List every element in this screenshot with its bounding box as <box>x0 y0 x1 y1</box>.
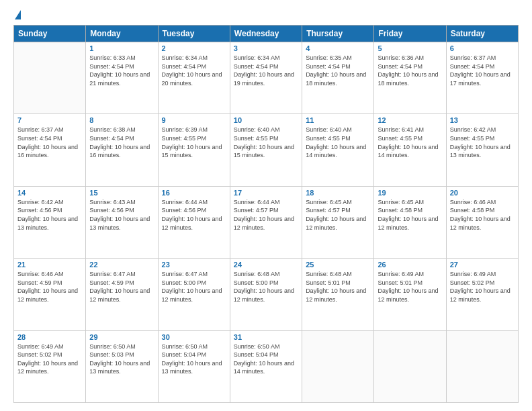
calendar-cell: 15Sunrise: 6:43 AMSunset: 4:56 PMDayligh… <box>86 186 158 258</box>
day-info: Sunrise: 6:46 AMSunset: 4:59 PMDaylight:… <box>17 270 82 304</box>
calendar-cell: 3Sunrise: 6:34 AMSunset: 4:54 PMDaylight… <box>230 42 302 114</box>
calendar-cell: 11Sunrise: 6:40 AMSunset: 4:55 PMDayligh… <box>302 114 374 186</box>
day-number: 27 <box>450 261 515 269</box>
day-number: 3 <box>234 44 298 52</box>
day-number: 30 <box>162 333 226 341</box>
day-info: Sunrise: 6:50 AMSunset: 5:04 PMDaylight:… <box>162 342 226 376</box>
col-header-friday: Friday <box>374 26 446 42</box>
day-info: Sunrise: 6:40 AMSunset: 4:55 PMDaylight:… <box>306 126 370 159</box>
day-info: Sunrise: 6:50 AMSunset: 5:03 PMDaylight:… <box>89 342 154 376</box>
day-number: 29 <box>89 333 154 341</box>
day-number: 10 <box>234 116 298 124</box>
calendar-cell: 22Sunrise: 6:47 AMSunset: 4:59 PMDayligh… <box>86 259 158 330</box>
day-number: 7 <box>17 116 82 124</box>
day-info: Sunrise: 6:49 AMSunset: 5:02 PMDaylight:… <box>17 342 82 376</box>
calendar-cell: 31Sunrise: 6:50 AMSunset: 5:04 PMDayligh… <box>230 330 302 402</box>
calendar-page: SundayMondayTuesdayWednesdayThursdayFrid… <box>0 0 532 411</box>
day-info: Sunrise: 6:35 AMSunset: 4:54 PMDaylight:… <box>306 54 370 87</box>
day-number: 9 <box>162 116 226 124</box>
calendar-cell: 1Sunrise: 6:33 AMSunset: 4:54 PMDaylight… <box>86 42 158 114</box>
day-number: 23 <box>162 261 226 269</box>
week-row-3: 14Sunrise: 6:42 AMSunset: 4:56 PMDayligh… <box>14 186 519 258</box>
calendar-cell: 27Sunrise: 6:49 AMSunset: 5:02 PMDayligh… <box>446 259 518 330</box>
calendar-cell: 8Sunrise: 6:38 AMSunset: 4:54 PMDaylight… <box>86 114 158 186</box>
week-row-1: 1Sunrise: 6:33 AMSunset: 4:54 PMDaylight… <box>14 42 519 114</box>
day-info: Sunrise: 6:42 AMSunset: 4:55 PMDaylight:… <box>450 126 515 159</box>
day-info: Sunrise: 6:47 AMSunset: 5:00 PMDaylight:… <box>162 270 226 304</box>
col-header-tuesday: Tuesday <box>158 26 230 42</box>
week-row-2: 7Sunrise: 6:37 AMSunset: 4:54 PMDaylight… <box>14 114 519 186</box>
day-info: Sunrise: 6:48 AMSunset: 5:00 PMDaylight:… <box>234 270 298 304</box>
calendar-cell: 20Sunrise: 6:46 AMSunset: 4:58 PMDayligh… <box>446 186 518 258</box>
calendar-cell <box>302 330 374 402</box>
calendar-cell: 9Sunrise: 6:39 AMSunset: 4:55 PMDaylight… <box>158 114 230 186</box>
calendar-cell: 23Sunrise: 6:47 AMSunset: 5:00 PMDayligh… <box>158 259 230 330</box>
calendar-cell: 12Sunrise: 6:41 AMSunset: 4:55 PMDayligh… <box>374 114 446 186</box>
day-number: 6 <box>450 44 515 52</box>
day-number: 4 <box>306 44 370 52</box>
day-info: Sunrise: 6:50 AMSunset: 5:04 PMDaylight:… <box>234 342 298 376</box>
calendar-cell: 30Sunrise: 6:50 AMSunset: 5:04 PMDayligh… <box>158 330 230 402</box>
day-info: Sunrise: 6:44 AMSunset: 4:56 PMDaylight:… <box>162 198 226 232</box>
col-header-saturday: Saturday <box>446 26 518 42</box>
day-info: Sunrise: 6:33 AMSunset: 4:54 PMDaylight:… <box>89 54 154 87</box>
col-header-sunday: Sunday <box>14 26 86 42</box>
calendar-cell <box>446 330 518 402</box>
day-info: Sunrise: 6:34 AMSunset: 4:54 PMDaylight:… <box>162 54 226 87</box>
day-number: 25 <box>306 261 370 269</box>
day-number: 21 <box>17 261 82 269</box>
calendar-cell: 29Sunrise: 6:50 AMSunset: 5:03 PMDayligh… <box>86 330 158 402</box>
day-info: Sunrise: 6:42 AMSunset: 4:56 PMDaylight:… <box>17 198 82 232</box>
calendar-cell: 14Sunrise: 6:42 AMSunset: 4:56 PMDayligh… <box>14 186 86 258</box>
day-number: 26 <box>378 261 442 269</box>
calendar-cell: 16Sunrise: 6:44 AMSunset: 4:56 PMDayligh… <box>158 186 230 258</box>
day-info: Sunrise: 6:49 AMSunset: 5:01 PMDaylight:… <box>378 270 442 304</box>
calendar-header-row: SundayMondayTuesdayWednesdayThursdayFrid… <box>14 26 519 42</box>
day-number: 12 <box>378 116 442 124</box>
calendar-table: SundayMondayTuesdayWednesdayThursdayFrid… <box>13 25 519 403</box>
day-info: Sunrise: 6:39 AMSunset: 4:55 PMDaylight:… <box>162 126 226 159</box>
day-info: Sunrise: 6:44 AMSunset: 4:57 PMDaylight:… <box>234 198 298 232</box>
day-info: Sunrise: 6:45 AMSunset: 4:57 PMDaylight:… <box>306 198 370 232</box>
calendar-cell: 21Sunrise: 6:46 AMSunset: 4:59 PMDayligh… <box>14 259 86 330</box>
day-number: 15 <box>89 189 154 197</box>
day-number: 2 <box>162 44 226 52</box>
calendar-cell: 24Sunrise: 6:48 AMSunset: 5:00 PMDayligh… <box>230 259 302 330</box>
day-number: 24 <box>234 261 298 269</box>
calendar-cell: 4Sunrise: 6:35 AMSunset: 4:54 PMDaylight… <box>302 42 374 114</box>
day-info: Sunrise: 6:43 AMSunset: 4:56 PMDaylight:… <box>89 198 154 232</box>
col-header-wednesday: Wednesday <box>230 26 302 42</box>
calendar-cell: 25Sunrise: 6:48 AMSunset: 5:01 PMDayligh… <box>302 259 374 330</box>
calendar-cell: 5Sunrise: 6:36 AMSunset: 4:54 PMDaylight… <box>374 42 446 114</box>
day-number: 8 <box>89 116 154 124</box>
day-info: Sunrise: 6:48 AMSunset: 5:01 PMDaylight:… <box>306 270 370 304</box>
day-info: Sunrise: 6:34 AMSunset: 4:54 PMDaylight:… <box>234 54 298 87</box>
day-number: 13 <box>450 116 515 124</box>
calendar-cell <box>14 42 86 114</box>
calendar-cell: 10Sunrise: 6:40 AMSunset: 4:55 PMDayligh… <box>230 114 302 186</box>
calendar-cell: 17Sunrise: 6:44 AMSunset: 4:57 PMDayligh… <box>230 186 302 258</box>
day-number: 11 <box>306 116 370 124</box>
day-info: Sunrise: 6:36 AMSunset: 4:54 PMDaylight:… <box>378 54 442 87</box>
day-info: Sunrise: 6:49 AMSunset: 5:02 PMDaylight:… <box>450 270 515 304</box>
day-number: 5 <box>378 44 442 52</box>
calendar-cell: 2Sunrise: 6:34 AMSunset: 4:54 PMDaylight… <box>158 42 230 114</box>
week-row-5: 28Sunrise: 6:49 AMSunset: 5:02 PMDayligh… <box>14 330 519 402</box>
day-info: Sunrise: 6:47 AMSunset: 4:59 PMDaylight:… <box>89 270 154 304</box>
day-info: Sunrise: 6:45 AMSunset: 4:58 PMDaylight:… <box>378 198 442 232</box>
calendar-cell: 6Sunrise: 6:37 AMSunset: 4:54 PMDaylight… <box>446 42 518 114</box>
day-number: 28 <box>17 333 82 341</box>
header <box>13 12 519 18</box>
calendar-cell: 28Sunrise: 6:49 AMSunset: 5:02 PMDayligh… <box>14 330 86 402</box>
day-number: 17 <box>234 189 298 197</box>
logo-triangle-icon <box>15 10 21 19</box>
day-number: 20 <box>450 189 515 197</box>
day-number: 14 <box>17 189 82 197</box>
day-number: 16 <box>162 189 226 197</box>
logo <box>13 12 21 18</box>
day-number: 1 <box>89 44 154 52</box>
day-number: 18 <box>306 189 370 197</box>
calendar-cell: 18Sunrise: 6:45 AMSunset: 4:57 PMDayligh… <box>302 186 374 258</box>
calendar-cell: 7Sunrise: 6:37 AMSunset: 4:54 PMDaylight… <box>14 114 86 186</box>
day-number: 22 <box>89 261 154 269</box>
